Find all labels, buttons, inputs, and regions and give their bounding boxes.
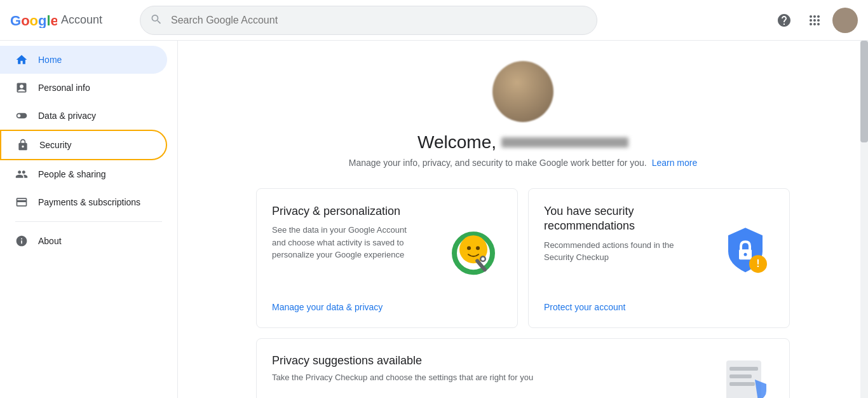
home-icon — [15, 53, 28, 66]
layout: Home Personal info Data & privacy — [0, 41, 868, 398]
sidebar-item-payments-label: Payments & subscriptions — [38, 197, 140, 207]
info-icon — [15, 235, 28, 247]
header-actions — [771, 8, 858, 33]
privacy-card-link[interactable]: Manage your data & privacy — [272, 292, 502, 312]
apps-icon — [807, 13, 822, 28]
privacy-card-desc: See the data in your Google Account and … — [272, 224, 421, 261]
svg-rect-14 — [729, 374, 752, 378]
privacy-suggestions-card[interactable]: Privacy suggestions available Take the P… — [256, 338, 790, 398]
apps-button[interactable] — [802, 8, 827, 33]
security-card[interactable]: You have security recommendations Recomm… — [528, 188, 790, 328]
sidebar-item-home[interactable]: Home — [0, 46, 167, 74]
svg-text:!: ! — [756, 258, 759, 269]
main-content: Welcome, Manage your info, privacy, and … — [178, 41, 868, 398]
people-icon — [15, 168, 28, 181]
svg-point-7 — [482, 257, 485, 261]
help-button[interactable] — [771, 8, 797, 33]
sidebar-item-about-label: About — [38, 236, 62, 246]
sidebar-item-data-privacy-label: Data & privacy — [38, 111, 96, 121]
security-illustration: ! — [717, 223, 774, 282]
security-card-link[interactable]: Protect your account — [544, 292, 774, 312]
security-card-desc: Recommended actions found in the Securit… — [544, 239, 693, 264]
credit-card-icon — [15, 196, 28, 209]
svg-rect-15 — [729, 382, 755, 386]
google-account-logo[interactable]: Google Account — [10, 13, 125, 28]
sidebar-item-personal-info-label: Personal info — [38, 83, 90, 93]
username-blur — [501, 137, 628, 148]
welcome-section: Welcome, Manage your info, privacy, and … — [208, 61, 837, 168]
welcome-label: Welcome, — [417, 132, 496, 153]
svg-point-9 — [744, 253, 747, 256]
sidebar-item-people-sharing-label: People & sharing — [38, 169, 106, 179]
help-icon — [776, 13, 792, 28]
cards-grid: Privacy & personalization See the data i… — [256, 188, 790, 328]
sidebar: Home Personal info Data & privacy — [0, 41, 178, 398]
svg-point-4 — [476, 246, 480, 250]
account-label: Account — [61, 13, 102, 27]
sidebar-divider — [15, 221, 162, 222]
sidebar-item-people-sharing[interactable]: People & sharing — [0, 160, 167, 188]
user-avatar[interactable] — [832, 8, 858, 33]
sidebar-item-security-label: Security — [39, 140, 72, 150]
svg-rect-12 — [726, 360, 761, 398]
svg-point-3 — [467, 246, 471, 250]
search-input[interactable] — [140, 6, 597, 35]
google-logo-svg: Google — [10, 13, 57, 28]
welcome-subtitle: Manage your info, privacy, and security … — [349, 158, 697, 168]
privacy-card[interactable]: Privacy & personalization See the data i… — [256, 188, 518, 328]
sidebar-item-about[interactable]: About — [0, 227, 167, 255]
privacy-suggestions-title: Privacy suggestions available — [272, 354, 533, 367]
privacy-suggestions-icon — [723, 354, 774, 398]
search-bar — [140, 6, 597, 35]
scrollbar-thumb[interactable] — [860, 41, 868, 142]
privacy-card-title: Privacy & personalization — [272, 204, 421, 219]
scrollbar[interactable] — [860, 41, 868, 398]
sidebar-item-security[interactable]: Security — [0, 130, 167, 160]
learn-more-link[interactable]: Learn more — [652, 158, 698, 168]
sidebar-item-home-label: Home — [38, 55, 62, 65]
svg-text:Google: Google — [10, 13, 57, 28]
search-icon — [150, 13, 163, 27]
svg-rect-13 — [729, 367, 758, 371]
toggle-icon — [15, 109, 28, 122]
sidebar-item-personal-info[interactable]: Personal info — [0, 74, 167, 102]
sidebar-item-payments[interactable]: Payments & subscriptions — [0, 188, 167, 216]
person-icon — [15, 81, 28, 94]
header: Google Account — [0, 0, 868, 41]
user-avatar-large — [492, 61, 553, 122]
sidebar-item-data-privacy[interactable]: Data & privacy — [0, 102, 167, 130]
lock-icon — [17, 139, 29, 151]
privacy-illustration — [445, 223, 502, 282]
security-card-title: You have security recommendations — [544, 204, 693, 234]
privacy-suggestions-desc: Take the Privacy Checkup and choose the … — [272, 373, 533, 382]
